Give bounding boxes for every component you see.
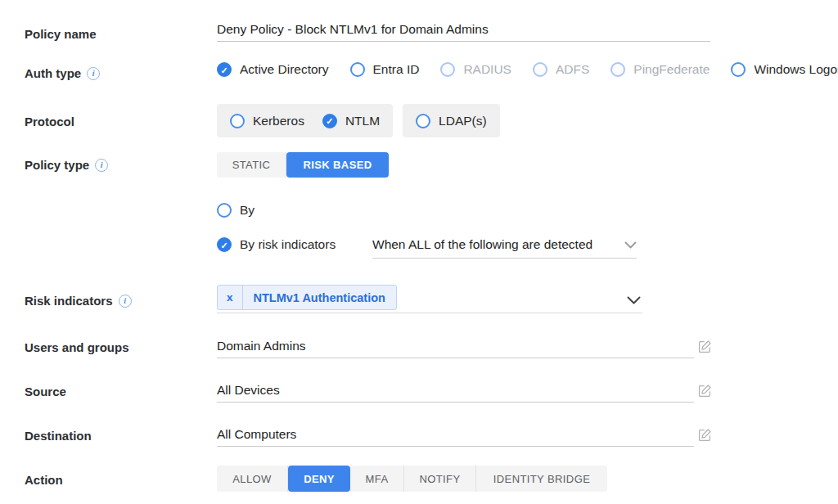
radio-icon xyxy=(533,62,547,77)
segment-mfa[interactable]: MFA xyxy=(350,466,404,492)
radio-checked-icon: ✓ xyxy=(217,237,232,252)
radio-adfs[interactable]: ADFS xyxy=(533,62,589,77)
users-and-groups-value: Domain Admins xyxy=(217,339,306,353)
destination-field[interactable]: All Computers xyxy=(217,425,694,447)
radio-entra-id[interactable]: Entra ID xyxy=(350,62,420,77)
radio-pingfederate[interactable]: PingFederate xyxy=(610,62,710,77)
remove-chip-icon[interactable]: x xyxy=(218,286,243,309)
policy-name-input[interactable]: Deny Policy - Block NTLMv1 for Domain Ad… xyxy=(217,20,710,42)
radio-by-risk-indicators[interactable]: ✓ By risk indicators xyxy=(217,237,336,252)
chevron-down-icon xyxy=(624,237,637,252)
auth-type-options: ✓ Active Directory Entra ID RADIUS ADFS … xyxy=(217,62,838,77)
source-value: All Devices xyxy=(217,383,280,398)
destination-value: All Computers xyxy=(217,427,296,442)
condition-dropdown-value: When ALL of the following are detected xyxy=(372,237,592,252)
risk-indicators-label: Risk indicators i xyxy=(25,294,132,308)
radio-checked-icon: ✓ xyxy=(217,62,232,77)
radio-active-directory[interactable]: ✓ Active Directory xyxy=(217,62,329,77)
action-segments: ALLOW DENY MFA NOTIFY IDENTITY BRIDGE xyxy=(217,466,607,492)
radio-windows-logon[interactable]: Windows Logon xyxy=(731,62,838,77)
radio-icon xyxy=(350,62,365,77)
radio-ntlm[interactable]: ✓ NTLM xyxy=(322,114,380,128)
policy-form: Policy name Deny Policy - Block NTLMv1 f… xyxy=(0,0,838,504)
users-and-groups-field[interactable]: Domain Admins xyxy=(217,337,694,358)
segment-notify[interactable]: NOTIFY xyxy=(404,466,476,492)
destination-label: Destination xyxy=(25,429,92,443)
risk-indicators-field[interactable]: x NTLMv1 Authentication xyxy=(217,285,642,313)
radio-icon xyxy=(610,62,625,77)
radio-icon xyxy=(731,62,746,77)
policy-type-label: Policy type i xyxy=(25,158,108,172)
policy-type-segments: STATIC RISK BASED xyxy=(217,152,389,178)
auth-type-label: Auth type i xyxy=(25,66,100,80)
radio-icon xyxy=(440,62,455,77)
users-and-groups-label: Users and groups xyxy=(25,340,129,354)
edit-icon[interactable] xyxy=(698,428,713,443)
segment-allow[interactable]: ALLOW xyxy=(217,466,288,492)
radio-by[interactable]: By xyxy=(217,203,255,218)
segment-deny[interactable]: DENY xyxy=(288,466,350,492)
segment-identity-bridge[interactable]: IDENTITY BRIDGE xyxy=(476,466,607,492)
radio-kerberos[interactable]: Kerberos xyxy=(230,114,304,128)
action-label: Action xyxy=(25,473,63,487)
radio-ldaps[interactable]: LDAP(s) xyxy=(416,114,487,128)
radio-icon xyxy=(230,114,245,128)
policy-name-label: Policy name xyxy=(25,27,97,41)
edit-icon[interactable] xyxy=(698,384,713,398)
protocol-label: Protocol xyxy=(25,115,74,128)
info-icon: i xyxy=(87,67,100,80)
info-icon: i xyxy=(95,159,108,172)
radio-checked-icon: ✓ xyxy=(322,114,337,128)
radio-icon xyxy=(217,203,232,218)
protocol-group-kerberos-ntlm: Kerberos ✓ NTLM xyxy=(217,104,393,137)
radio-radius[interactable]: RADIUS xyxy=(440,62,511,77)
condition-dropdown[interactable]: When ALL of the following are detected xyxy=(372,232,637,259)
segment-risk-based[interactable]: RISK BASED xyxy=(286,152,389,178)
chip-label: NTLMv1 Authentication xyxy=(243,291,396,304)
source-field[interactable]: All Devices xyxy=(217,381,694,403)
protocol-group-ldap: LDAP(s) xyxy=(403,104,500,137)
protocol-options: Kerberos ✓ NTLM LDAP(s) xyxy=(217,104,500,137)
policy-name-value: Deny Policy - Block NTLMv1 for Domain Ad… xyxy=(217,22,489,37)
source-label: Source xyxy=(25,385,66,398)
info-icon: i xyxy=(119,295,132,308)
risk-indicator-chip: x NTLMv1 Authentication xyxy=(217,285,397,310)
edit-icon[interactable] xyxy=(698,340,713,354)
radio-icon xyxy=(416,114,430,128)
chevron-down-icon[interactable] xyxy=(627,293,641,308)
segment-static[interactable]: STATIC xyxy=(217,152,286,178)
